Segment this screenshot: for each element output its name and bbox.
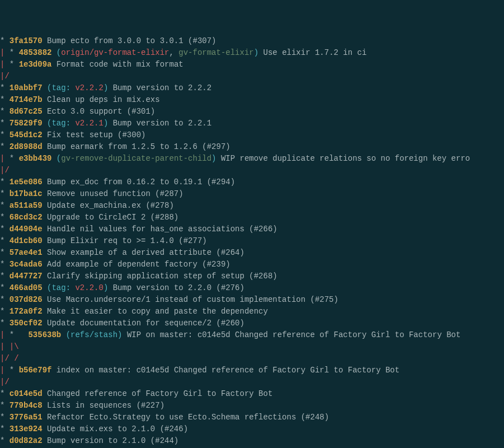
commit-message: Lists in sequences (#227) <box>47 401 164 410</box>
commit-message: Add example of dependent factory (#239) <box>47 260 230 269</box>
log-line: * b17ba1c Remove unused function (#287) <box>0 188 504 200</box>
commit-hash: 10abbf7 <box>10 83 43 92</box>
commit-message: WIP on master: c014e5d Changed reference… <box>127 330 461 339</box>
commit-message: Update documentation for sequence/2 (#26… <box>47 319 244 328</box>
commit-hash: 68cd3c2 <box>10 213 43 222</box>
log-line: * 3fa1570 Bump ecto from 3.0.0 to 3.0.1 … <box>0 35 504 47</box>
commit-hash: 8d67c25 <box>10 107 43 116</box>
commit-message: Bump ex_doc from 0.16.2 to 0.19.1 (#294) <box>47 178 235 186</box>
commit-message: Use elixir 1.7.2 in ci <box>263 48 367 57</box>
commit-message: Bump version to 2.2.0 (#276) <box>113 283 244 292</box>
ref-msg: , <box>169 48 178 57</box>
log-line: | * b56e79f index on master: c014e5d Cha… <box>0 365 504 376</box>
commit-message: Bump earmark from 1.2.5 to 1.2.6 (#297) <box>47 142 230 151</box>
commit-message: Update ex_machina.ex (#278) <box>47 201 174 210</box>
commit-hash: 535638b <box>28 330 61 339</box>
log-line: * 75829f9 (tag: v2.2.1) Bump version to … <box>0 118 504 129</box>
log-line: |/ <box>0 376 504 388</box>
log-line: * 8d67c25 Ecto 3.0 support (#301) <box>0 106 504 118</box>
commit-hash: 57ae4e1 <box>10 248 43 257</box>
log-line: * a511a59 Update ex_machina.ex (#278) <box>0 200 504 212</box>
log-line: * d44904e Handle nil values for has_one … <box>0 223 504 235</box>
log-line: * 037d826 Use Macro.underscore/1 instead… <box>0 294 504 306</box>
commit-message: Upgrade to CircleCI 2 (#288) <box>47 213 178 222</box>
commit-hash: 3fa1570 <box>10 36 43 45</box>
commit-hash: 2d8988d <box>10 142 43 151</box>
commit-message: Format code with mix format <box>56 60 183 69</box>
commit-hash: 4d1cb60 <box>10 236 43 245</box>
commit-message: Clean up deps in mix.exs <box>47 95 160 104</box>
commit-message: Use Macro.underscore/1 instead of custom… <box>47 295 338 304</box>
commit-hash: 1e5e086 <box>10 178 43 186</box>
commit-message: Bump version to 2.2.1 <box>113 119 211 128</box>
commit-message: Clarify skipping application step of set… <box>47 272 277 281</box>
commit-hash: e3bb439 <box>19 154 52 163</box>
log-line: | * 4853882 (origin/gv-format-elixir, gv… <box>0 47 504 59</box>
commit-hash: 466ad05 <box>10 283 43 292</box>
commit-message: Bump Elixir req to >= 1.4.0 (#277) <box>47 236 207 245</box>
commit-message: Bump version to 2.2.2 <box>113 83 211 92</box>
commit-message: Refactor Ecto.Strategy to use Ecto.Schem… <box>47 413 329 422</box>
log-line: * 313e924 Update mix.exs to 2.1.0 (#246) <box>0 423 504 435</box>
commit-hash: 037d826 <box>10 295 43 304</box>
ref-tag-label: tag: <box>51 119 75 128</box>
commit-message: Remove unused function (#287) <box>47 189 183 198</box>
log-line: * 3c4ada6 Add example of dependent facto… <box>0 259 504 270</box>
commit-hash: 3776a51 <box>10 413 43 422</box>
commit-hash: 4853882 <box>19 48 52 57</box>
ref-tag-val: v2.2.1 <box>75 119 103 128</box>
commit-hash: 1e3d09a <box>19 60 52 69</box>
ref-ref: refs/stash <box>70 330 117 339</box>
commit-message: WIP remove duplicate relations so no for… <box>221 154 470 163</box>
commit-hash: 172a0f2 <box>10 307 43 316</box>
git-log-output: * 3fa1570 Bump ecto from 3.0.0 to 3.0.1 … <box>0 35 504 448</box>
log-line: * 545d1c2 Fix test setup (#300) <box>0 129 504 141</box>
ref-tag-val: v2.2.2 <box>75 83 103 92</box>
commit-hash: 3c4ada6 <box>10 260 43 269</box>
commit-hash: 4714e7b <box>10 95 43 104</box>
log-line: * 10abbf7 (tag: v2.2.2) Bump version to … <box>0 82 504 94</box>
log-line: * 68cd3c2 Upgrade to CircleCI 2 (#288) <box>0 212 504 223</box>
log-line: * 466ad05 (tag: v2.2.0) Bump version to … <box>0 282 504 294</box>
commit-hash: 75829f9 <box>10 119 43 128</box>
commit-message: index on master: c014e5d Changed referen… <box>56 366 399 375</box>
log-line: * 4d1cb60 Bump Elixir req to >= 1.4.0 (#… <box>0 235 504 247</box>
log-line: * d0d82a2 Bump version to 2.1.0 (#244) <box>0 435 504 447</box>
log-line: * 4714e7b Clean up deps in mix.exs <box>0 94 504 106</box>
commit-message: Fix test setup (#300) <box>47 130 145 139</box>
commit-hash: c014e5d <box>10 389 43 398</box>
commit-message: Handle nil values for has_one associatio… <box>47 225 277 234</box>
ref-tag-val: v2.2.0 <box>75 283 103 292</box>
commit-hash: 779b4c8 <box>10 401 43 410</box>
log-line: * 2d8988d Bump earmark from 1.2.5 to 1.2… <box>0 141 504 153</box>
log-line: * 1e5e086 Bump ex_doc from 0.16.2 to 0.1… <box>0 176 504 188</box>
commit-message: Ecto 3.0 support (#301) <box>47 107 155 116</box>
commit-hash: 545d1c2 <box>10 130 43 139</box>
log-line: * 779b4c8 Lists in sequences (#227) <box>0 400 504 412</box>
log-line: * c014e5d Changed reference of Factory G… <box>0 388 504 400</box>
commit-message: Bump ecto from 3.0.0 to 3.0.1 (#307) <box>47 36 216 45</box>
commit-message: Changed reference of Factory Girl to Fac… <box>47 389 272 398</box>
ref-branch-local: gv-format-elixir <box>178 48 253 57</box>
log-line: | * e3bb439 (gv-remove-duplicate-parent-… <box>0 153 504 165</box>
log-line: | |\ <box>0 341 504 353</box>
log-line: |/ <box>0 71 504 82</box>
ref-branch-local: gv-remove-duplicate-parent-child <box>61 154 211 163</box>
ref-branch-remote: origin/gv-format-elixir <box>61 48 169 57</box>
log-line: |/ <box>0 165 504 176</box>
log-line: | * 535638b (refs/stash) WIP on master: … <box>0 329 504 341</box>
log-line: * d447727 Clarify skipping application s… <box>0 270 504 282</box>
commit-hash: b56e79f <box>19 366 52 375</box>
commit-hash: d44904e <box>10 225 43 234</box>
commit-message: Make it easier to copy and paste the dep… <box>47 307 268 316</box>
log-line: * 3776a51 Refactor Ecto.Strategy to use … <box>0 412 504 423</box>
commit-hash: d447727 <box>10 272 43 281</box>
commit-message: Bump version to 2.1.0 (#244) <box>47 436 178 445</box>
log-line: * 172a0f2 Make it easier to copy and pas… <box>0 306 504 318</box>
commit-hash: b17ba1c <box>10 189 43 198</box>
commit-message: Show example of a derived attribute (#26… <box>47 248 244 257</box>
commit-hash: a511a59 <box>10 201 43 210</box>
log-line: | * 1e3d09a Format code with mix format <box>0 59 504 71</box>
commit-message: Update mix.exs to 2.1.0 (#246) <box>47 424 188 433</box>
ref-tag-label: tag: <box>51 283 75 292</box>
